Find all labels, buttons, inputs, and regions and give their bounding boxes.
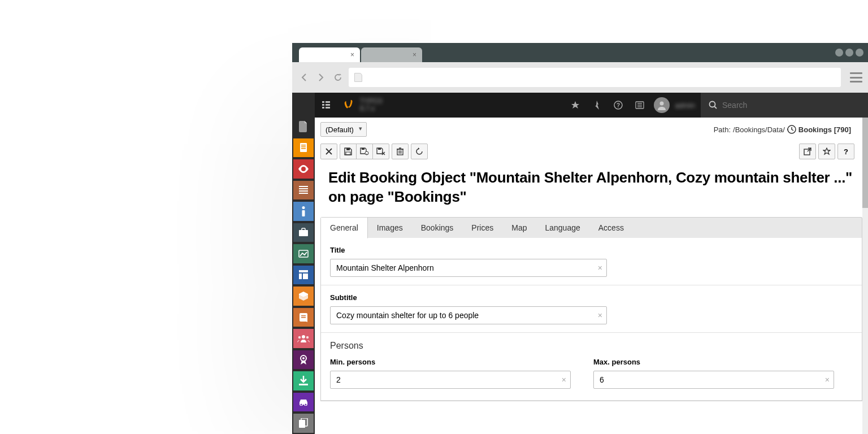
clear-icon[interactable]: × bbox=[598, 311, 602, 320]
module-car[interactable] bbox=[293, 393, 314, 412]
module-info[interactable] bbox=[293, 202, 314, 221]
save-view-button[interactable]: + bbox=[356, 144, 373, 159]
bookmark-icon[interactable] bbox=[565, 93, 586, 118]
undo-button[interactable] bbox=[411, 144, 428, 159]
context-help-button[interactable]: ? bbox=[837, 144, 854, 159]
module-download[interactable] bbox=[293, 371, 314, 390]
open-new-window-button[interactable] bbox=[799, 144, 816, 159]
tab-images[interactable]: Images bbox=[368, 218, 412, 238]
svg-rect-45 bbox=[346, 152, 350, 155]
svg-rect-49 bbox=[378, 148, 381, 150]
help-icon[interactable]: ? bbox=[607, 93, 629, 118]
svg-rect-4 bbox=[326, 104, 330, 106]
tab-language[interactable]: Language bbox=[536, 218, 589, 238]
page-icon bbox=[354, 73, 362, 82]
module-workspace[interactable] bbox=[293, 223, 314, 242]
svg-rect-28 bbox=[299, 270, 308, 272]
svg-text:+: + bbox=[366, 152, 368, 155]
tab-access[interactable]: Access bbox=[589, 218, 633, 238]
language-select[interactable]: (Default) bbox=[320, 122, 367, 137]
svg-rect-31 bbox=[301, 315, 306, 316]
window-dot[interactable] bbox=[845, 49, 853, 57]
logo-area: TYPO38.7.x bbox=[337, 98, 388, 112]
svg-rect-16 bbox=[301, 145, 306, 146]
search-icon bbox=[709, 101, 718, 110]
clear-icon[interactable]: × bbox=[825, 375, 830, 384]
svg-rect-22 bbox=[299, 190, 308, 192]
svg-point-37 bbox=[302, 357, 305, 359]
svg-rect-26 bbox=[299, 230, 308, 236]
username[interactable]: admin bbox=[670, 101, 701, 110]
max-persons-input[interactable] bbox=[593, 371, 834, 389]
tab-strip: General Images Bookings Prices Map Langu… bbox=[320, 217, 862, 238]
module-list[interactable] bbox=[293, 181, 314, 200]
clear-icon[interactable]: × bbox=[598, 263, 602, 272]
clear-icon[interactable]: × bbox=[562, 375, 566, 384]
svg-rect-1 bbox=[322, 104, 324, 106]
persons-heading: Persons bbox=[321, 333, 862, 351]
svg-rect-0 bbox=[322, 101, 324, 103]
svg-rect-23 bbox=[299, 193, 308, 194]
content-area: (Default) Path: /Bookings/Data/ Bookings… bbox=[315, 118, 868, 434]
module-file[interactable] bbox=[293, 117, 314, 136]
content-header: (Default) Path: /Bookings/Data/ Bookings… bbox=[315, 118, 868, 141]
application-info-icon[interactable] bbox=[629, 93, 650, 118]
min-persons-input[interactable] bbox=[330, 371, 571, 389]
module-bar bbox=[292, 93, 315, 434]
svg-rect-17 bbox=[301, 146, 306, 147]
title-label: Title bbox=[330, 246, 853, 254]
save-close-button[interactable] bbox=[372, 144, 389, 159]
delete-button[interactable] bbox=[392, 144, 409, 159]
subtitle-input[interactable] bbox=[330, 306, 607, 324]
tab-prices[interactable]: Prices bbox=[462, 218, 502, 238]
module-page[interactable] bbox=[293, 138, 314, 158]
module-copy[interactable] bbox=[293, 414, 314, 433]
browser-menu-button[interactable] bbox=[850, 72, 862, 83]
user-avatar-icon[interactable] bbox=[654, 97, 670, 113]
module-layout[interactable] bbox=[293, 266, 314, 285]
svg-point-13 bbox=[710, 102, 715, 107]
module-users[interactable] bbox=[293, 329, 314, 348]
module-package[interactable] bbox=[293, 287, 314, 306]
svg-rect-15 bbox=[300, 143, 307, 152]
window-dot[interactable] bbox=[835, 49, 843, 57]
tab-close-icon[interactable]: × bbox=[350, 51, 354, 59]
pagetree-toggle[interactable] bbox=[315, 101, 337, 110]
cache-icon[interactable] bbox=[586, 93, 607, 118]
history-icon bbox=[787, 125, 796, 134]
svg-rect-41 bbox=[299, 420, 305, 428]
close-button[interactable] bbox=[320, 144, 337, 159]
forward-button[interactable] bbox=[315, 71, 327, 84]
browser-toolbar bbox=[292, 62, 868, 93]
url-bar[interactable] bbox=[349, 68, 841, 87]
search-input[interactable] bbox=[722, 101, 821, 110]
module-badge[interactable] bbox=[293, 350, 314, 370]
module-book[interactable] bbox=[293, 308, 314, 327]
typo3-logo-icon bbox=[343, 99, 355, 111]
svg-point-40 bbox=[305, 403, 307, 406]
browser-tab-inactive[interactable]: × bbox=[361, 47, 422, 62]
scrollbar[interactable] bbox=[862, 118, 868, 434]
browser-tab-active[interactable]: × bbox=[299, 47, 360, 62]
tab-close-icon[interactable]: × bbox=[413, 51, 416, 59]
tab-bookings[interactable]: Bookings bbox=[412, 218, 463, 238]
title-input[interactable] bbox=[330, 259, 607, 277]
window-dot[interactable] bbox=[856, 49, 863, 57]
svg-point-34 bbox=[298, 336, 301, 338]
svg-rect-32 bbox=[301, 317, 306, 318]
tab-general[interactable]: General bbox=[321, 218, 368, 238]
svg-point-39 bbox=[300, 403, 302, 406]
search-area[interactable] bbox=[701, 93, 868, 118]
svg-point-24 bbox=[302, 206, 305, 209]
tab-map[interactable]: Map bbox=[502, 218, 536, 238]
svg-rect-30 bbox=[303, 274, 308, 279]
save-button[interactable] bbox=[340, 144, 357, 159]
module-template[interactable] bbox=[293, 244, 314, 263]
window-controls bbox=[835, 49, 863, 57]
back-button[interactable] bbox=[298, 71, 310, 84]
bookmark-record-button[interactable] bbox=[818, 144, 835, 159]
breadcrumb: Path: /Bookings/Data/ Bookings [790] bbox=[714, 125, 862, 134]
svg-rect-3 bbox=[326, 101, 330, 103]
module-view[interactable] bbox=[293, 159, 314, 179]
reload-button[interactable] bbox=[332, 71, 344, 84]
